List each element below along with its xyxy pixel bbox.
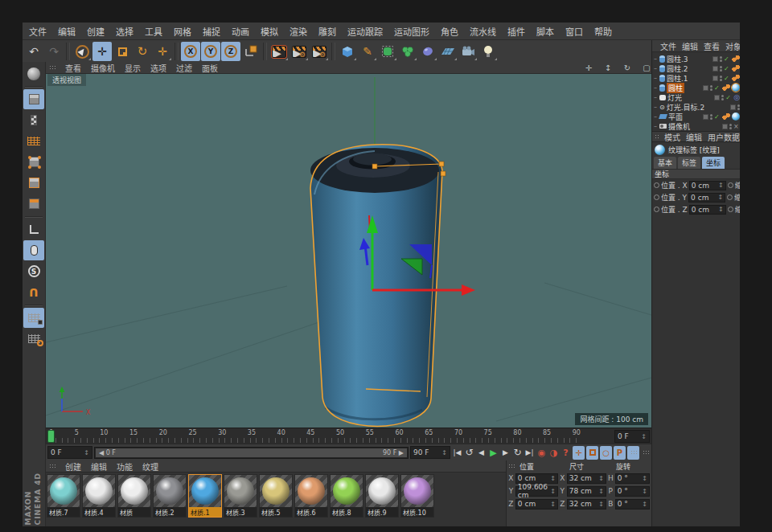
key-knob-icon[interactable] — [654, 182, 659, 188]
uv-mode-button[interactable] — [23, 131, 44, 151]
panel-grip-icon[interactable] — [49, 464, 55, 469]
key-parameter-toggle[interactable]: P — [614, 446, 626, 460]
scale-tool-button[interactable] — [113, 42, 132, 61]
frame-range-slider[interactable]: ◀ 0 F 90 F ▶ — [94, 447, 409, 459]
play-forward-button[interactable]: ▶ — [488, 446, 499, 460]
add-field-button[interactable] — [418, 42, 437, 61]
axis-mode-button[interactable] — [23, 219, 44, 239]
add-subdivision-surface-button[interactable] — [378, 42, 397, 61]
end-frame-field[interactable]: 90 F↕ — [410, 446, 450, 459]
camera-link-icon[interactable]: × — [733, 123, 740, 130]
add-floor-button[interactable] — [438, 42, 458, 61]
object-row[interactable]: – 圆柱.2 ✓ — [652, 63, 740, 73]
texture-mode-button[interactable] — [23, 110, 44, 130]
enabled-check-icon[interactable]: ✓ — [724, 65, 730, 72]
vp-menu-panel[interactable]: 面板 — [202, 62, 218, 74]
viewport-canvas[interactable]: X — [46, 74, 651, 428]
menu-script[interactable]: 脚本 — [536, 25, 554, 38]
autokeying-button[interactable]: ◑ — [548, 446, 559, 460]
add-generator-button[interactable] — [398, 42, 417, 61]
layer-chip[interactable] — [712, 56, 718, 62]
go-to-end-button[interactable]: ▶| — [524, 446, 535, 460]
undo-button[interactable]: ↶ — [24, 42, 43, 61]
previous-frame-button[interactable]: ◀ — [476, 446, 487, 460]
material-item[interactable]: 材质.3 — [224, 474, 257, 518]
om-menu-view[interactable]: 查看 — [704, 40, 720, 52]
menu-tools[interactable]: 工具 — [145, 25, 162, 38]
polygons-mode-button[interactable] — [23, 194, 44, 214]
workplane-lock-button[interactable] — [23, 308, 44, 328]
record-keyframe-button[interactable]: ◉ — [536, 446, 547, 460]
menu-render[interactable]: 渲染 — [290, 25, 307, 38]
layer-chip[interactable] — [703, 114, 708, 120]
viewport-orbit-icon[interactable]: ↻ — [622, 63, 632, 72]
position-z-field[interactable]: 0 cm↕ — [515, 499, 558, 509]
material-tag-icon-selected[interactable] — [732, 84, 740, 92]
phong-tag-icon[interactable] — [732, 55, 740, 62]
viewport-title[interactable]: 透视视图 — [47, 74, 86, 86]
phong-tag-icon[interactable] — [722, 84, 730, 91]
viewport-dolly-icon[interactable]: ↕ — [603, 63, 613, 72]
am-menu-edit[interactable]: 编辑 — [686, 131, 702, 142]
menu-window[interactable]: 窗口 — [565, 25, 583, 38]
timeline-playhead[interactable] — [47, 430, 55, 443]
rotate-tool-button[interactable]: ↻ — [133, 42, 152, 61]
material-item[interactable]: 材质.4 — [82, 474, 116, 518]
points-mode-button[interactable] — [23, 152, 44, 172]
menu-animate[interactable]: 动画 — [232, 25, 249, 38]
loop-playback-button[interactable]: ↻ — [512, 446, 523, 460]
ruler-frame-field[interactable]: 0 F↕ — [614, 430, 650, 443]
last-tool-button[interactable]: ✛ — [153, 42, 172, 61]
vp-menu-cameras[interactable]: 摄像机 — [91, 62, 115, 74]
model-mode-button[interactable] — [23, 89, 44, 109]
enabled-check-icon[interactable]: ✓ — [724, 55, 730, 63]
live-selection-button[interactable] — [72, 42, 92, 61]
tab-basic[interactable]: 基本 — [654, 157, 676, 169]
phong-tag-icon[interactable] — [732, 65, 740, 72]
key-position-toggle[interactable]: ✛ — [573, 446, 585, 460]
rotation-p-field[interactable]: 0 °↕ — [615, 486, 650, 497]
enabled-check-icon[interactable]: ✓ — [724, 75, 730, 82]
next-frame-button[interactable]: ▶ — [500, 446, 511, 460]
menu-pipeline[interactable]: 流水线 — [470, 25, 496, 38]
tab-coordinates[interactable]: 坐标 — [702, 157, 725, 169]
object-row[interactable]: – 圆柱.3 ✓ — [652, 54, 740, 63]
keying-help-button[interactable]: ? — [561, 446, 571, 460]
world-globe-icon[interactable] — [23, 63, 44, 84]
menu-motion-tracker[interactable]: 运动跟踪 — [347, 25, 383, 38]
add-spline-pen-button[interactable]: ✎ — [358, 42, 377, 61]
visibility-dots[interactable] — [721, 95, 724, 100]
keyframe-presets-button[interactable] — [641, 446, 650, 460]
menu-mograph[interactable]: 运动图形 — [394, 25, 429, 38]
menu-edit[interactable]: 编辑 — [58, 25, 76, 38]
object-row-selected[interactable]: – 圆柱 ✓ — [652, 83, 740, 92]
target-tag-icon[interactable]: ◎ — [733, 93, 740, 101]
enabled-check-icon[interactable]: ✓ — [725, 94, 732, 101]
tag-position-z-field[interactable]: 0 cm↕ — [689, 205, 726, 215]
am-menu-userdata[interactable]: 用户数据 — [708, 131, 740, 142]
tag-position-x-field[interactable]: 0 cm↕ — [689, 181, 726, 190]
gizmo-x-arrowhead[interactable] — [462, 284, 475, 296]
visibility-dots[interactable] — [720, 66, 722, 72]
menu-help[interactable]: 帮助 — [594, 25, 612, 38]
visibility-dots[interactable] — [720, 76, 722, 81]
menu-plugins[interactable]: 插件 — [507, 25, 525, 38]
menu-snap[interactable]: 捕捉 — [203, 25, 220, 38]
layer-chip[interactable] — [703, 85, 708, 91]
panel-grip-icon[interactable] — [49, 65, 55, 71]
mat-menu-edit[interactable]: 编辑 — [91, 460, 107, 473]
add-light-button[interactable] — [478, 42, 498, 61]
key-knob-icon[interactable] — [654, 207, 659, 212]
vp-menu-options[interactable]: 选项 — [150, 62, 166, 74]
om-menu-edit[interactable]: 编辑 — [682, 40, 698, 52]
layer-chip[interactable] — [712, 76, 718, 81]
coordinates-section-header[interactable]: 坐标 — [652, 169, 740, 179]
object-row[interactable]: –⊙ 灯光.目标.2 — [652, 102, 740, 112]
lock-y-axis-button[interactable]: Y — [201, 42, 220, 61]
perspective-viewport[interactable]: 透视视图 网格间距 : 100 cm — [46, 74, 651, 428]
layer-chip[interactable] — [714, 95, 720, 100]
size-x-field[interactable]: 32 cm↕ — [567, 473, 606, 484]
vp-menu-view[interactable]: 查看 — [65, 62, 81, 74]
menu-mesh[interactable]: 网格 — [174, 25, 191, 38]
move-tool-button[interactable]: ✛ — [92, 42, 112, 61]
